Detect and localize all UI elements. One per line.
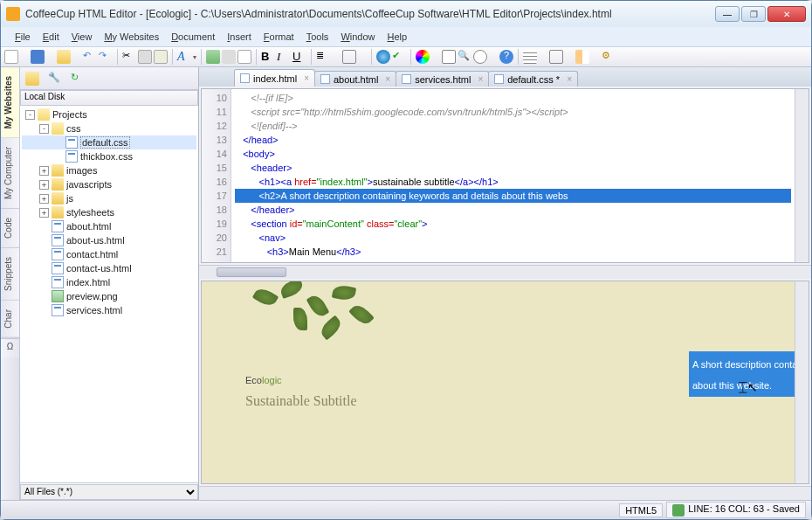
- cut-icon[interactable]: ✂: [122, 50, 136, 64]
- world-icon[interactable]: [376, 50, 390, 64]
- tool-icon[interactable]: 🔧: [48, 72, 62, 86]
- maximize-button[interactable]: ❐: [741, 6, 766, 22]
- color-icon[interactable]: [416, 50, 430, 64]
- preview-pane[interactable]: Ecologic Sustainable Subtitle A short de…: [201, 281, 809, 484]
- folder-up-icon[interactable]: [25, 72, 39, 86]
- code-content[interactable]: <!--[if IE]> <script src="http://html5sh…: [231, 89, 795, 262]
- paste-icon[interactable]: [154, 50, 168, 64]
- tree-node[interactable]: +stylesheets: [22, 205, 196, 219]
- div-icon[interactable]: [342, 50, 356, 64]
- sidetab-char[interactable]: Char: [1, 301, 19, 338]
- tree-node[interactable]: -css: [22, 121, 196, 135]
- preview-logo: Ecologic: [245, 351, 282, 392]
- img-icon: [52, 290, 64, 302]
- menu-insert[interactable]: Insert: [222, 30, 257, 44]
- tree-node[interactable]: services.html: [22, 303, 196, 317]
- code-editor[interactable]: 101112131415161718192021 <!--[if IE]> <s…: [201, 88, 809, 263]
- menu-my-websites[interactable]: My Websites: [99, 30, 164, 44]
- tab-close-icon[interactable]: ×: [385, 74, 390, 84]
- expand-toggle[interactable]: +: [39, 166, 49, 176]
- tree-node[interactable]: preview.png: [22, 289, 196, 303]
- close-button[interactable]: ✕: [767, 6, 806, 22]
- menu-help[interactable]: Help: [382, 30, 413, 44]
- menu-tools[interactable]: Tools: [301, 30, 334, 44]
- css-icon[interactable]: [237, 50, 251, 64]
- sidetab-my-computer[interactable]: My Computer: [1, 138, 19, 209]
- refresh-icon[interactable]: ↻: [71, 72, 85, 86]
- list-icon[interactable]: ≣: [316, 50, 330, 64]
- redo-icon[interactable]: ↷: [99, 50, 113, 64]
- tree-node[interactable]: contact-us.html: [22, 261, 196, 275]
- title-bar[interactable]: CoffeeCup HTML Editor - [Ecologic] - C:\…: [1, 1, 811, 27]
- main-toolbar: ↶ ↷ ✂ A▾ B I U ≣ ✔ 🔍 ? ⚙: [1, 46, 811, 67]
- menu-view[interactable]: View: [66, 30, 98, 44]
- italic-icon[interactable]: I: [277, 50, 291, 64]
- frame-icon[interactable]: [549, 50, 563, 64]
- image-icon[interactable]: [206, 50, 220, 64]
- tab-close-icon[interactable]: ×: [304, 73, 309, 83]
- tree-node[interactable]: +js: [22, 191, 196, 205]
- bold-icon[interactable]: B: [261, 50, 275, 64]
- tree-node[interactable]: +images: [22, 163, 196, 177]
- sidetab-snippets[interactable]: Snippets: [1, 248, 19, 301]
- menu-document[interactable]: Document: [166, 30, 220, 44]
- minimize-button[interactable]: —: [715, 6, 740, 22]
- gear-icon[interactable]: ⚙: [602, 50, 616, 64]
- status-doctype: HTML5: [619, 503, 663, 517]
- tree-node[interactable]: default.css: [22, 135, 196, 149]
- tree-node[interactable]: index.html: [22, 275, 196, 289]
- menu-file[interactable]: File: [10, 30, 36, 44]
- omega-icon[interactable]: Ω: [1, 338, 19, 357]
- tab-services-html[interactable]: services.html×: [396, 71, 489, 87]
- calendar-icon[interactable]: [442, 50, 456, 64]
- scroll-thumb[interactable]: [217, 267, 286, 277]
- open-icon[interactable]: [57, 50, 71, 64]
- menu-window[interactable]: Window: [335, 30, 380, 44]
- copy-icon[interactable]: [138, 50, 152, 64]
- save-icon[interactable]: [31, 50, 45, 64]
- preview-scrollbar[interactable]: [795, 281, 809, 483]
- underline-icon[interactable]: U: [292, 50, 306, 64]
- undo-icon[interactable]: ↶: [83, 50, 97, 64]
- sidetab-code[interactable]: Code: [1, 209, 19, 248]
- tree-node[interactable]: -Projects: [22, 107, 196, 121]
- file-filter[interactable]: All Files (*.*): [20, 482, 198, 500]
- check-icon[interactable]: ✔: [392, 50, 406, 64]
- tree-label: contact.html: [66, 249, 118, 260]
- menu-edit[interactable]: Edit: [38, 30, 65, 44]
- tree-label: stylesheets: [66, 207, 114, 218]
- tree-label: index.html: [66, 277, 110, 288]
- table-icon[interactable]: [523, 50, 537, 64]
- tab-default-css--[interactable]: default.css *×: [488, 71, 578, 87]
- filter-select[interactable]: All Files (*.*): [20, 484, 198, 500]
- expand-toggle[interactable]: +: [39, 208, 49, 218]
- link-icon[interactable]: [222, 50, 236, 64]
- sidetab-my-websites[interactable]: My Websites: [1, 67, 19, 138]
- new-file-icon[interactable]: [4, 50, 18, 64]
- tree-node[interactable]: about.html: [22, 219, 196, 233]
- preview-hscrollbar[interactable]: [199, 486, 811, 500]
- tab-close-icon[interactable]: ×: [478, 74, 483, 84]
- help-icon[interactable]: ?: [499, 50, 513, 64]
- horizontal-scrollbar[interactable]: [199, 265, 811, 279]
- search-icon[interactable]: 🔍: [458, 50, 471, 64]
- expand-toggle[interactable]: +: [39, 194, 49, 204]
- expand-toggle[interactable]: -: [25, 110, 35, 120]
- font-icon[interactable]: A: [177, 50, 191, 64]
- tree-node[interactable]: thickbox.css: [22, 149, 196, 163]
- drive-label[interactable]: Local Disk: [20, 90, 198, 106]
- file-icon: [320, 74, 330, 84]
- vertical-scrollbar[interactable]: [795, 89, 809, 262]
- menu-format[interactable]: Format: [258, 30, 299, 44]
- expand-toggle[interactable]: -: [39, 124, 49, 134]
- tree-node[interactable]: +javascripts: [22, 177, 196, 191]
- tab-index-html[interactable]: index.html×: [234, 69, 315, 87]
- expand-toggle[interactable]: +: [39, 180, 49, 190]
- layout-icon[interactable]: [575, 50, 589, 64]
- tab-about-html[interactable]: about.html×: [314, 71, 396, 87]
- tab-close-icon[interactable]: ×: [567, 74, 572, 84]
- folder-icon: [52, 178, 64, 191]
- tree-node[interactable]: contact.html: [22, 247, 196, 261]
- tree-node[interactable]: about-us.html: [22, 233, 196, 247]
- time-icon[interactable]: [473, 50, 487, 64]
